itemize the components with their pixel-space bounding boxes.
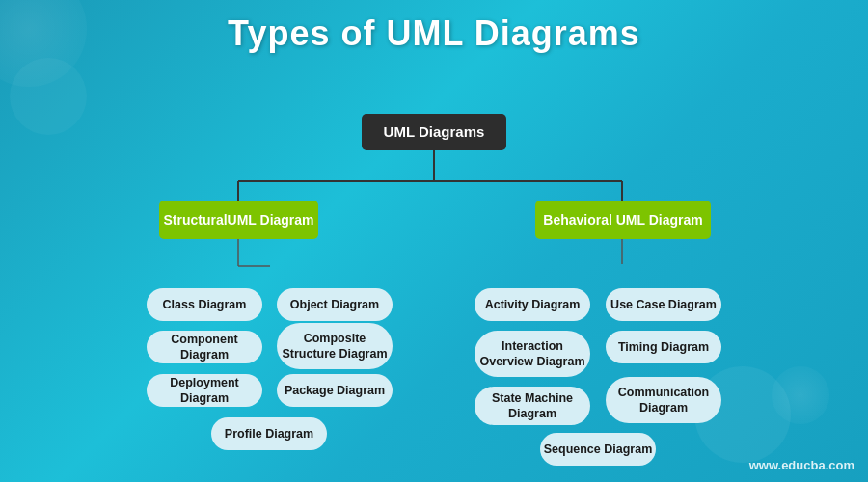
profile-diagram-box: Profile Diagram: [211, 417, 327, 450]
communication-diagram-box: Communication Diagram: [606, 377, 721, 423]
use-case-diagram-box: Use Case Diagram: [606, 288, 721, 321]
sequence-diagram-box: Sequence Diagram: [540, 433, 656, 466]
timing-diagram-box: Timing Diagram: [606, 331, 721, 363]
state-machine-diagram-box: State Machine Diagram: [475, 387, 590, 425]
watermark: www.educba.com: [749, 458, 854, 472]
structural-box: StructuralUML Diagram: [159, 201, 318, 239]
activity-diagram-box: Activity Diagram: [475, 288, 590, 321]
composite-structure-diagram-box: Composite Structure Diagram: [277, 323, 393, 369]
class-diagram-box: Class Diagram: [147, 288, 262, 321]
behavioral-box: Behavioral UML Diagram: [535, 201, 711, 239]
object-diagram-box: Object Diagram: [277, 288, 393, 321]
deployment-diagram-box: Deployment Diagram: [147, 374, 262, 407]
package-diagram-box: Package Diagram: [277, 374, 393, 407]
interaction-overview-diagram-box: Interaction Overview Diagram: [475, 331, 590, 377]
page-title: Types of UML Diagrams: [0, 0, 868, 54]
diagram-area: UML Diagrams StructuralUML Diagram Behav…: [0, 54, 868, 454]
component-diagram-box: Component Diagram: [147, 331, 262, 363]
uml-root-box: UML Diagrams: [362, 114, 506, 150]
